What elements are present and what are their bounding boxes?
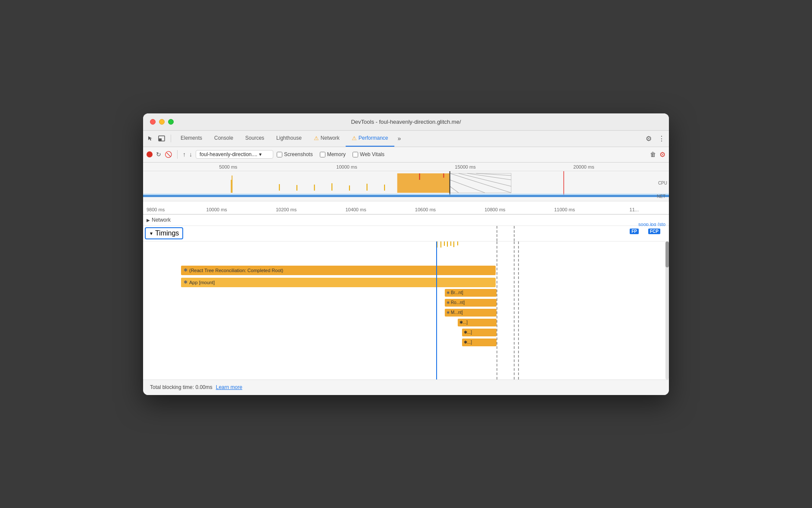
br-bar[interactable]: ✱ Br...nt] xyxy=(445,289,497,297)
screenshots-checkbox[interactable] xyxy=(277,152,282,157)
vitals-badges: FP FCP xyxy=(630,229,660,234)
nested-bar-1[interactable]: ✱...] xyxy=(458,319,497,326)
tab-sources[interactable]: Sources xyxy=(239,130,270,147)
traffic-lights xyxy=(150,119,174,125)
app-mount-bar[interactable]: ✱ App [mount] xyxy=(181,278,496,287)
scrollbar-thumb[interactable] xyxy=(665,241,669,267)
dropdown-arrow-icon: ▾ xyxy=(259,151,262,157)
overview-chart xyxy=(143,171,669,197)
network-lane-label: Network xyxy=(152,217,171,223)
lanes-container: ▶ Network soop.jpg (sto ▼ Timings FP FCP xyxy=(143,215,669,379)
tab-network[interactable]: ⚠ Network xyxy=(308,130,346,147)
fp-badge: FP xyxy=(630,229,639,234)
ro-bar-label: Ro...nt] xyxy=(451,300,465,305)
more-options-icon[interactable]: ⋮ xyxy=(658,135,665,142)
nested-bar-1-label: ✱...] xyxy=(459,320,468,325)
tab-bar-tabs: Elements Console Sources Lighthouse ⚠ Ne… xyxy=(175,130,641,147)
net-label: NET xyxy=(657,194,665,199)
network-expand-icon: ▶ xyxy=(147,218,150,223)
tick-6 xyxy=(453,241,454,247)
svg-rect-4 xyxy=(397,173,450,193)
url-text: foul-heavenly-direction.... xyxy=(200,151,257,157)
svg-rect-16 xyxy=(349,185,350,191)
memory-checkbox[interactable] xyxy=(320,152,325,157)
fp-line xyxy=(497,241,497,379)
minimize-button[interactable] xyxy=(159,119,165,125)
titlebar: DevTools - foul-heavenly-direction.glitc… xyxy=(143,113,669,131)
tab-performance[interactable]: ⚠ Performance xyxy=(346,130,394,147)
ro-bar[interactable]: ✱ Ro...nt] xyxy=(445,299,497,307)
tick-7 xyxy=(457,241,458,245)
time-label-20000: 20000 ms xyxy=(525,164,643,171)
tab-console[interactable]: Console xyxy=(208,130,239,147)
performance-settings-icon[interactable]: ⚙ xyxy=(659,151,665,159)
devtools-window: DevTools - foul-heavenly-direction.glitc… xyxy=(143,113,669,395)
tick-3 xyxy=(444,241,445,246)
timings-expand-icon: ▼ xyxy=(149,231,153,236)
m-bar-label: M...nt] xyxy=(451,310,463,315)
svg-rect-13 xyxy=(297,185,297,191)
react-tree-bar[interactable]: ✱ (React Tree Reconciliation: Completed … xyxy=(181,266,496,275)
svg-rect-20 xyxy=(443,173,444,178)
svg-rect-15 xyxy=(331,183,332,191)
dock-icon[interactable] xyxy=(158,135,166,142)
download-icon[interactable]: ↓ xyxy=(189,151,192,158)
time-ruler-10200: 10200 ms xyxy=(251,207,321,212)
cpu-label: CPU xyxy=(658,181,667,185)
tab-bar: Elements Console Sources Lighthouse ⚠ Ne… xyxy=(143,131,669,147)
tab-elements[interactable]: Elements xyxy=(175,130,208,147)
tab-lighthouse[interactable]: Lighthouse xyxy=(270,130,308,147)
cursor-icon[interactable] xyxy=(147,135,154,142)
tick-5 xyxy=(450,241,451,246)
record-button[interactable] xyxy=(147,151,153,157)
m-bar[interactable]: ✱ M...nt] xyxy=(445,309,497,317)
reload-icon[interactable]: ↻ xyxy=(156,151,161,158)
tab-performance-label: Performance xyxy=(359,135,388,141)
checkbox-group: Screenshots Memory Web Vitals xyxy=(277,151,384,157)
close-button[interactable] xyxy=(150,119,156,125)
trash-icon[interactable]: 🗑 xyxy=(650,151,656,158)
svg-rect-24 xyxy=(143,194,669,195)
upload-icon[interactable]: ↑ xyxy=(183,151,186,158)
time-ruler: 9800 ms 10000 ms 10200 ms 10400 ms 10600… xyxy=(143,201,669,214)
blocking-time-text: Total blocking time: 0.00ms xyxy=(150,384,212,390)
time-ruler-10000: 10000 ms xyxy=(182,207,251,212)
timings-header[interactable]: ▼ Timings xyxy=(145,227,183,239)
clear-icon[interactable]: 🚫 xyxy=(165,151,172,158)
tick-4 xyxy=(447,241,448,247)
time-label-10000: 10000 ms xyxy=(287,164,406,171)
tab-console-label: Console xyxy=(214,135,233,141)
svg-rect-12 xyxy=(279,184,280,191)
memory-checkbox-item[interactable]: Memory xyxy=(320,151,346,157)
more-tabs-button[interactable]: » xyxy=(394,130,405,147)
web-vitals-checkbox-item[interactable]: Web Vitals xyxy=(353,151,384,157)
svg-line-10 xyxy=(450,180,485,193)
timings-lane-row: ▼ Timings FP FCP xyxy=(143,226,669,241)
separator xyxy=(177,150,178,159)
window-title: DevTools - foul-heavenly-direction.glitc… xyxy=(351,119,461,125)
url-dropdown[interactable]: foul-heavenly-direction.... ▾ xyxy=(196,150,273,159)
nested-bar-3[interactable]: ✱...] xyxy=(462,339,497,346)
web-vitals-checkbox[interactable] xyxy=(353,152,358,157)
tab-network-label: Network xyxy=(321,135,340,141)
svg-rect-14 xyxy=(314,185,315,191)
tab-sources-label: Sources xyxy=(245,135,264,141)
svg-rect-18 xyxy=(384,185,385,191)
yellow-ticks xyxy=(436,241,458,248)
svg-rect-1 xyxy=(159,138,162,141)
network-lane-header[interactable]: ▶ Network xyxy=(147,217,171,223)
time-label-5000: 5000 ms xyxy=(169,164,287,171)
settings-icon[interactable]: ⚙ xyxy=(645,135,653,142)
network-warning-icon: ⚠ xyxy=(314,135,319,141)
web-vitals-label: Web Vitals xyxy=(360,151,384,157)
screenshots-checkbox-item[interactable]: Screenshots xyxy=(277,151,313,157)
vertical-scrollbar[interactable] xyxy=(665,241,669,379)
timings-label: Timings xyxy=(155,229,179,237)
fullscreen-button[interactable] xyxy=(168,119,174,125)
fcp-line xyxy=(514,241,515,379)
learn-more-link[interactable]: Learn more xyxy=(216,384,242,390)
br-bar-label: Br...nt] xyxy=(451,290,463,295)
detail-timeline: 9800 ms 10000 ms 10200 ms 10400 ms 10600… xyxy=(143,201,669,215)
nested-bar-2[interactable]: ✱...] xyxy=(462,329,497,336)
fcp-dashed-line xyxy=(514,226,515,241)
